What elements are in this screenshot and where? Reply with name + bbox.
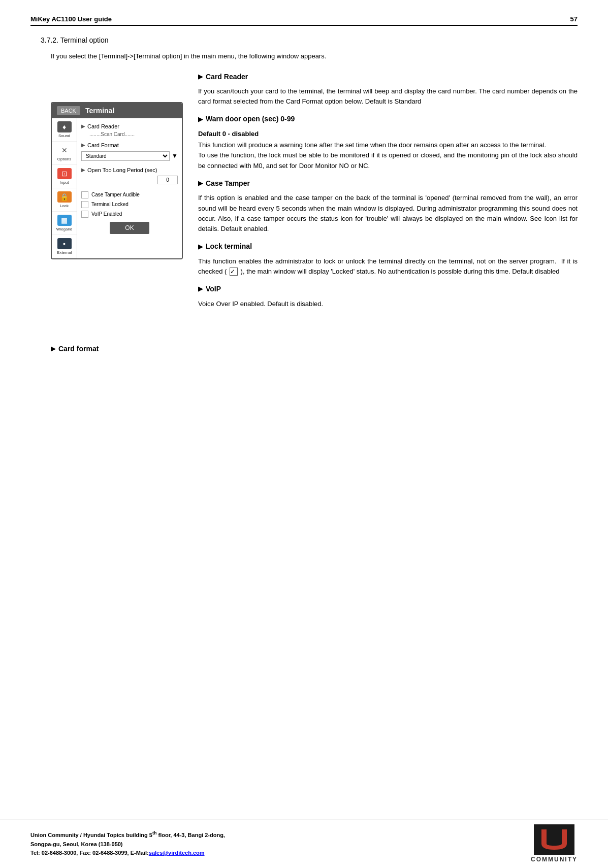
section-warn-door-title: ▶ Warn door open (sec) 0-99 [198,114,578,125]
card-format-dropdown-row: Standard ▼ [81,151,178,161]
external-icon: ▪ [57,238,72,249]
input-icon: ⊡ [57,168,72,179]
warn-door-body: This function will produce a warning ton… [198,140,578,171]
lock-terminal-title-text: Lock terminal [206,241,252,252]
sidebar-label-input: Input [60,180,69,185]
footer-line1: Union Community / Hyundai Topics buildin… [30,832,225,838]
section-card-reader-title: ▶ Card Reader [198,72,578,83]
arrow-lock-terminal: ▶ [198,242,203,252]
ok-button[interactable]: OK [110,222,149,234]
card-format-section: ▶ Card format [51,345,578,353]
doc-page: 57 [570,15,578,23]
case-tamper-label: Case Tamper Audible [91,192,140,197]
terminal-header: BACK Terminal [52,103,182,118]
terminal-title: Terminal [85,107,114,115]
submenu-scan-card: ........Scan Card....... [81,130,178,138]
doc-title: MiKey AC1100 User guide [30,15,112,23]
warn-door-subtitle: Default 0 - disabled [198,129,578,139]
svg-rect-0 [534,824,574,855]
arrow-voip: ▶ [198,284,203,294]
lock-icon: 🔒 [57,191,72,203]
menu-arrow-card-reader: ▶ [81,123,85,129]
case-tamper-title-text: Case Tamper [206,178,250,189]
lock-terminal-body: This function enables the administrator … [198,256,578,277]
arrow-case-tamper: ▶ [198,179,203,188]
voip-title-text: VoIP [206,284,221,295]
back-button[interactable]: BACK [57,106,80,115]
sidebar-label-lock: Lock [60,204,69,208]
arrow-card-format-bottom: ▶ [51,345,55,352]
footer-line2: Songpa-gu, Seoul, Korea (138-050) [30,841,123,847]
sidebar-item-external[interactable]: ▪ External [52,235,77,258]
card-reader-body: If you scan/touch your card to the termi… [198,86,578,107]
logo-community-text: COMMUNITY [531,856,578,863]
checkbox-terminal-locked[interactable]: Terminal Locked [81,201,178,208]
voip-checkbox[interactable] [81,211,88,218]
sidebar-item-input[interactable]: ⊡ Input [52,165,77,188]
checkbox-case-tamper[interactable]: Case Tamper Audible [81,191,178,198]
footer-text: Union Community / Hyundai Topics buildin… [30,829,225,857]
terminal-locked-checkbox[interactable] [81,201,88,208]
terminal-sidebar: ♦ Sound ✕ Options ⊡ Input 🔒 Lock [52,118,77,258]
logo-box [534,824,574,855]
voip-body: Voice Over IP enabled. Default is disabl… [198,299,578,309]
footer-logo: COMMUNITY [531,824,578,863]
doc-header: MiKey AC1100 User guide 57 [30,15,578,26]
intro-text: If you select the [Terminal]->[Terminal … [51,51,578,61]
page-footer: Union Community / Hyundai Topics buildin… [0,819,608,868]
card-format-bottom-text: Card format [58,345,99,353]
arrow-card-reader: ▶ [198,72,203,82]
footer-email-link[interactable]: sales@virditech.com [149,850,205,856]
sidebar-label-sound: Sound [58,133,70,138]
terminal-ui: BACK Terminal ♦ Sound ✕ Options ⊡ [51,102,183,259]
checkmark-icon: ✓ [230,267,235,277]
menu-arrow-open-too-long: ▶ [81,167,85,173]
union-logo-svg [534,824,574,855]
section-number: 3.7.2. Terminal option [41,36,578,44]
arrow-warn-door: ▶ [198,115,203,124]
checkbox-voip-enabled[interactable]: VoIP Enabled [81,211,178,218]
card-format-bottom-title: ▶ Card format [51,345,578,353]
voip-label: VoIP Enabled [91,211,122,217]
card-format-select[interactable]: Standard [81,151,170,161]
sound-icon: ♦ [57,121,72,132]
menu-label-card-reader: Card Reader [87,123,119,129]
menu-card-reader[interactable]: ▶ Card Reader [81,122,178,130]
footer-line3: Tel: 02-6488-3000, Fax: 02-6488-3099, E-… [30,850,205,856]
sidebar-item-lock[interactable]: 🔒 Lock [52,188,77,212]
sidebar-item-options[interactable]: ✕ Options [52,142,77,165]
sidebar-label-options: Options [57,157,72,161]
open-too-long-input[interactable] [157,176,178,184]
right-content: ▶ Card Reader If you scan/touch your car… [198,72,578,314]
terminal-body: ♦ Sound ✕ Options ⊡ Input 🔒 Lock [52,118,182,258]
sidebar-label-wiegand: Wiegand [56,227,73,231]
section-lock-terminal-title: ▶ Lock terminal [198,241,578,252]
main-content: BACK Terminal ♦ Sound ✕ Options ⊡ [51,72,578,314]
terminal-main: ▶ Card Reader ........Scan Card....... ▶… [77,118,182,258]
section-voip-title: ▶ VoIP [198,284,578,295]
sidebar-label-external: External [57,250,72,255]
menu-card-format[interactable]: ▶ Card Format [81,141,178,149]
menu-arrow-card-format: ▶ [81,142,85,148]
warn-door-title-text: Warn door open (sec) 0-99 [206,114,295,125]
case-tamper-body: If this option is enabled and the case t… [198,193,578,234]
options-icon: ✕ [57,145,72,156]
menu-label-card-format: Card Format [87,142,119,148]
terminal-locked-label: Terminal Locked [91,202,129,207]
sidebar-item-wiegand[interactable]: ▦ Wiegand [52,212,77,235]
section-case-tamper-title: ▶ Case Tamper [198,178,578,189]
case-tamper-checkbox[interactable] [81,191,88,198]
sidebar-item-sound[interactable]: ♦ Sound [52,118,77,142]
card-reader-title-text: Card Reader [206,72,248,83]
menu-label-open-too-long: Open Too Long Period (sec) [87,167,157,173]
menu-open-too-long[interactable]: ▶ Open Too Long Period (sec) [81,166,178,174]
wiegand-icon: ▦ [57,215,72,226]
dropdown-arrow-icon: ▼ [172,152,178,159]
check-symbol: ✓ [230,268,238,276]
